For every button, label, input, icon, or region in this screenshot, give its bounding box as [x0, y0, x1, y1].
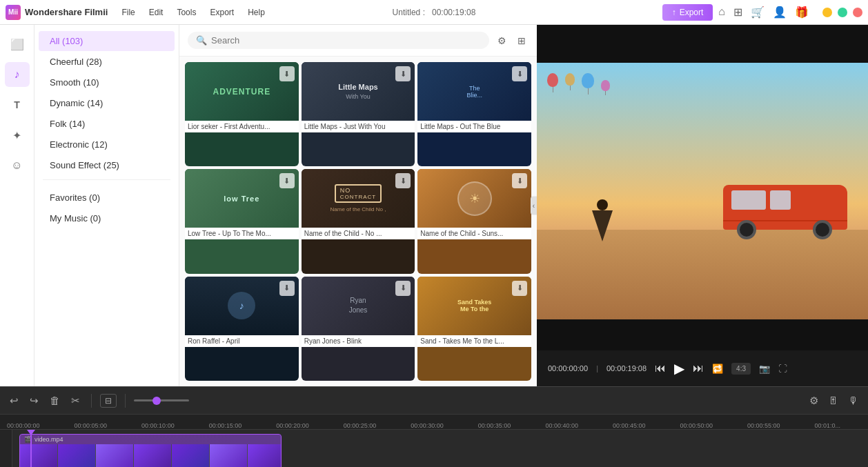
window-controls: — □ ×: [822, 8, 862, 17]
menu-file[interactable]: File: [116, 5, 140, 20]
figure-body: [592, 210, 613, 241]
music-card-3[interactable]: TheBlie... ⬇ Little Maps - Out The Blue: [417, 62, 531, 166]
sidebar-effects-btn[interactable]: ✦: [5, 123, 30, 148]
gift-icon[interactable]: 🎁: [795, 6, 809, 19]
category-cheerful[interactable]: Cheerful (28): [39, 52, 175, 72]
music-card-4[interactable]: low Tree ⬇ Low Tree - Up To The Mo...: [185, 169, 299, 273]
card-9-download-btn[interactable]: ⬇: [512, 281, 527, 296]
timeline-right-controls: ⚙ 🎚 🎙: [807, 392, 861, 410]
music-card-5[interactable]: NO CONTRACT Name of the Child No , ⬇ Nam…: [302, 169, 415, 273]
track-settings-btn[interactable]: ⚙: [807, 392, 821, 410]
menu-help[interactable]: Help: [242, 5, 270, 20]
balloons: [547, 73, 610, 95]
track-label: [0, 430, 12, 467]
clip-name: video.mp4: [34, 436, 63, 443]
skip-forward-btn[interactable]: ⏭: [693, 362, 704, 375]
home-icon[interactable]: ⌂: [718, 6, 725, 19]
sidebar-text-btn[interactable]: T: [5, 92, 30, 117]
music-card-6[interactable]: ☀ ⬇ Name of the Child - Suns...: [417, 169, 531, 273]
media-icon: ⬜: [10, 38, 24, 51]
card-5-label-contract: CONTRACT: [340, 194, 376, 200]
audio-settings-btn[interactable]: 🎚: [825, 392, 841, 409]
category-favorites[interactable]: Favorites (0): [39, 188, 175, 208]
category-dynamic[interactable]: Dynamic (14): [39, 93, 175, 113]
music-card-7[interactable]: ♪ ⬇ Ron Raffel - April: [185, 277, 299, 381]
delete-btn[interactable]: 🗑: [47, 392, 63, 409]
search-input[interactable]: [211, 35, 481, 46]
balloon-string-3: [588, 88, 589, 95]
undo-btn[interactable]: ↩: [7, 392, 21, 410]
ruler-time-10: 00:00:10:00: [141, 422, 175, 429]
sidebar-music-btn[interactable]: ♪: [5, 62, 30, 87]
card-5-label-no: NO: [340, 187, 376, 194]
clip-thumb-6: [210, 444, 248, 467]
music-card-1[interactable]: ADVENTURE ⬇ Lior seker - First Adventu..…: [185, 62, 299, 166]
music-card-8[interactable]: RyanJones ⬇ Ryan Jones - Blink: [302, 277, 415, 381]
export-icon: ↑: [672, 8, 676, 17]
ruler-time-30: 00:00:30:00: [411, 422, 444, 429]
sidebar-media-btn[interactable]: ⬜: [5, 32, 30, 57]
user-icon[interactable]: 👤: [773, 6, 787, 19]
video-track-row: 🎬 video.mp4: [0, 430, 868, 467]
effects-icon: ✦: [12, 129, 21, 142]
grid-view-icon[interactable]: ⊞: [515, 32, 529, 49]
toolbar-divider-1: [91, 394, 92, 408]
play-btn[interactable]: ▶: [674, 360, 684, 377]
menu-edit[interactable]: Edit: [144, 5, 169, 20]
card-1-download-btn[interactable]: ⬇: [279, 66, 295, 81]
minimize-button[interactable]: —: [822, 8, 832, 17]
card-7-download-btn[interactable]: ⬇: [279, 281, 295, 296]
icon-sidebar: ⬜ ♪ T ✦ ☺: [0, 25, 34, 386]
voice-record-btn[interactable]: 🎙: [845, 392, 861, 409]
playhead-arrow: [27, 430, 35, 435]
redo-btn[interactable]: ↪: [27, 392, 41, 410]
maximize-button[interactable]: □: [838, 8, 847, 17]
collapse-panel-btn[interactable]: ‹: [531, 197, 537, 215]
preview-black-bottom: [537, 319, 868, 350]
menu-tools[interactable]: Tools: [171, 5, 201, 20]
balloon-3: [582, 73, 594, 88]
fullscreen-btn[interactable]: ⛶: [778, 364, 787, 374]
sidebar-emoji-btn[interactable]: ☺: [5, 153, 30, 178]
skip-back-btn[interactable]: ⏮: [655, 362, 666, 375]
title-bar-left: Mii Wondershare Filmii File Edit Tools E…: [6, 5, 270, 20]
card-7-title: Ron Raffel - April: [185, 335, 299, 347]
timeline-playhead[interactable]: [30, 430, 32, 467]
card-6-download-btn[interactable]: ⬇: [512, 173, 527, 188]
card-5-download-btn[interactable]: ⬇: [395, 173, 411, 188]
menu-bar: File Edit Tools Export Help: [116, 5, 270, 20]
content-area: 🔍 ⚙ ⊞ ADVENTURE ⬇ Lior seker - First Adv…: [179, 25, 537, 386]
close-button[interactable]: ×: [853, 8, 862, 17]
category-sound-effect[interactable]: Sound Effect (25): [39, 155, 175, 175]
video-clip[interactable]: 🎬 video.mp4: [19, 434, 282, 467]
card-8-title: Ryan Jones - Blink: [302, 335, 415, 347]
split-btn[interactable]: ⊟: [100, 394, 117, 408]
search-bar: 🔍 ⚙ ⊞: [179, 25, 537, 57]
export-button[interactable]: ↑ Export: [662, 4, 713, 21]
track-content: 🎬 video.mp4: [12, 430, 868, 467]
category-smooth[interactable]: Smooth (10): [39, 72, 175, 92]
balloon-string-2: [570, 86, 571, 90]
card-2-download-btn[interactable]: ⬇: [395, 66, 411, 81]
screenshot-btn[interactable]: 📷: [759, 364, 770, 374]
clip-header: 🎬 video.mp4: [20, 435, 281, 444]
bookmark-icon[interactable]: ⊞: [733, 6, 742, 19]
cut-btn[interactable]: ✂: [68, 392, 83, 410]
card-3-download-btn[interactable]: ⬇: [512, 66, 527, 81]
category-folk[interactable]: Folk (14): [39, 114, 175, 134]
filter-icon[interactable]: ⚙: [495, 32, 509, 49]
cart-icon[interactable]: 🛒: [751, 6, 765, 19]
category-all[interactable]: All (103): [39, 31, 175, 51]
category-my-music[interactable]: My Music (0): [39, 208, 175, 228]
card-4-label: low Tree: [224, 195, 259, 203]
card-4-download-btn[interactable]: ⬇: [279, 173, 295, 188]
card-8-download-btn[interactable]: ⬇: [395, 281, 411, 296]
category-electronic[interactable]: Electronic (12): [39, 135, 175, 155]
zoom-slider[interactable]: [134, 399, 189, 401]
music-panel: All (103) Cheerful (28) Smooth (10) Dyna…: [34, 25, 179, 386]
replay-btn[interactable]: 🔁: [712, 364, 723, 374]
menu-export[interactable]: Export: [204, 5, 239, 20]
music-card-2[interactable]: Little Maps With You ⬇ Little Maps - Jus…: [302, 62, 415, 166]
van-window: [731, 190, 766, 210]
music-card-9[interactable]: Sand TakesMe To the ⬇ Sand - Takes Me To…: [417, 277, 531, 381]
